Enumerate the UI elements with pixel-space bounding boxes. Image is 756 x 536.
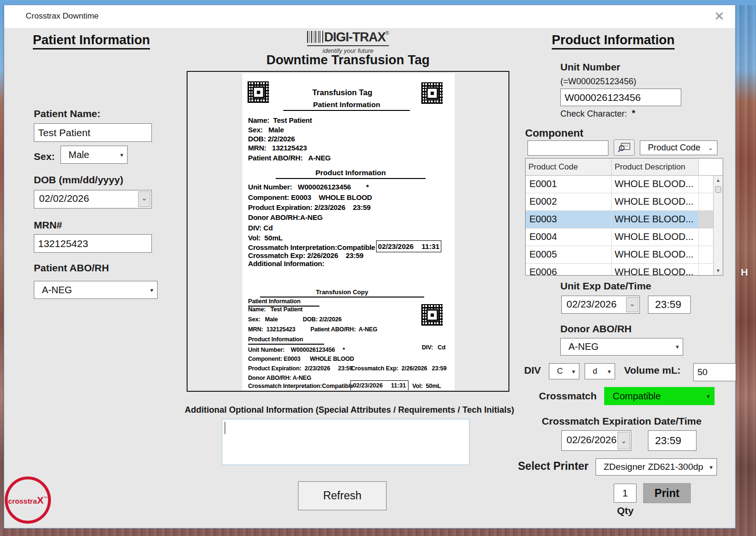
chevron-down-icon[interactable]: ⌄ (138, 191, 150, 207)
copy-crossmatch-exp-line: Crossmatch Exp: 2/26/2026 23:59 (351, 365, 447, 372)
tag-patient-heading: Patient Information (283, 100, 410, 111)
product-code-cell: E0002 (526, 193, 612, 210)
additional-info-label: Additional Optional Information (Special… (183, 405, 516, 415)
unit-exp-date-value: 02/23/2026 (562, 296, 625, 313)
registered-mark: ® (386, 30, 389, 36)
product-information-heading: Product Information (552, 33, 675, 50)
empty-cell (699, 211, 714, 228)
copy-component-line: Component: E0003 WHOLE BLOOD (248, 356, 354, 362)
patient-information-heading: Patient Information (33, 33, 150, 50)
donor-abo-select[interactable]: A-NEG ▾ (560, 338, 683, 356)
chevron-down-icon: ▾ (147, 287, 153, 294)
desktop-background: H Crosstrax Downtime ✕ Patient Informati… (0, 0, 756, 536)
qty-input[interactable] (614, 484, 637, 503)
sex-select[interactable]: Male ▾ (60, 146, 128, 164)
table-row[interactable]: E0004 WHOLE BLOOD... (526, 228, 723, 246)
unit-number-hint: (=W000025123456) (560, 77, 637, 87)
window-title: Crosstrax Downtime (26, 11, 99, 21)
close-icon[interactable]: ✕ (712, 9, 726, 23)
scrollbar-thumb[interactable] (715, 186, 721, 193)
printer-select[interactable]: ZDesigner ZD621-300dp ▾ (596, 458, 717, 476)
table-row[interactable]: E0005 WHOLE BLOOD... (526, 246, 723, 264)
div-first-value: C (553, 367, 569, 376)
crossmatch-exp-date-picker[interactable]: 02/26/2026 ⌄ (561, 430, 631, 451)
crosstrax-logo-text: crosstraX™ (8, 495, 48, 506)
patient-abo-label: Patient ABO/RH (34, 262, 109, 274)
additional-info-textarea[interactable] (222, 419, 469, 465)
product-description-cell: WHOLE BLOOD... (612, 176, 699, 193)
volume-input[interactable] (693, 363, 736, 381)
tag-product-line: Vol: 50mL (248, 234, 283, 242)
crossmatch-exp-label: Crossmatch Expiration Date/Time (542, 416, 702, 427)
chevron-down-icon: ▾ (706, 393, 710, 400)
product-description-cell: WHOLE BLOOD... (612, 193, 699, 210)
tag-product-line: Additional Information: (248, 259, 324, 268)
dob-label: DOB (mm/dd/yyyy) (34, 174, 123, 186)
digitrax-logo-text: DIGI-TRAX (324, 30, 386, 44)
table-row[interactable]: E0001 WHOLE BLOOD... (526, 176, 723, 193)
dob-value: 02/02/2026 (34, 190, 137, 208)
table-scrollbar[interactable]: ▲ ▼ (713, 176, 723, 275)
search-mode-select[interactable]: Product Code ⌄ (640, 140, 717, 155)
component-search-input[interactable] (527, 140, 608, 156)
volume-label: Volume mL: (624, 365, 681, 376)
barcode-icon (307, 31, 324, 43)
div-first-select[interactable]: C ▾ (549, 363, 579, 379)
copy-expiration-line: Product Expiration: 2/23/2026 23:59 (248, 365, 353, 372)
tag-product-line: Product Expiration: 2/23/2026 23:59 (248, 203, 371, 211)
donor-abo-value: A-NEG (565, 341, 673, 352)
page-title: Downtime Transfusion Tag (187, 53, 509, 68)
tag-patient-line: MRN: 132125423 (248, 144, 307, 152)
scroll-up-icon[interactable]: ▲ (714, 178, 723, 183)
table-row[interactable]: E0002 WHOLE BLOOD... (526, 193, 723, 211)
product-table: Product Code Product Description E0001 W… (525, 158, 723, 276)
chevron-down-icon: ▾ (706, 464, 713, 471)
unit-exp-date-picker[interactable]: 02/23/2026 ⌄ (561, 296, 640, 314)
table-row[interactable]: E0006 WHOLE BLOOD... (526, 264, 723, 276)
product-description-cell: WHOLE BLOOD... (612, 246, 699, 263)
qr-code-icon (421, 304, 443, 326)
empty-cell (699, 246, 714, 263)
patient-abo-select[interactable]: A-NEG ▾ (34, 281, 158, 299)
crosstrax-downtime-window: Crosstrax Downtime ✕ Patient Information… (4, 5, 736, 528)
unit-exp-time-input[interactable]: 23:59 (648, 296, 691, 314)
chevron-down-icon[interactable]: ⌄ (617, 432, 630, 449)
scroll-down-icon[interactable]: ▼ (714, 268, 723, 273)
tag-product-line: Crossmatch Exp: 2/26/2026 23:59 (248, 251, 364, 259)
product-code-cell: E0005 (526, 246, 612, 263)
crossmatch-exp-date-value: 02/26/2026 (562, 431, 617, 450)
crossmatch-exp-time-input[interactable]: 23:59 (648, 430, 696, 451)
patient-name-input[interactable] (34, 123, 152, 142)
mrn-input[interactable] (34, 234, 152, 253)
table-row-selected[interactable]: E0003 WHOLE BLOOD... (526, 211, 723, 228)
copy-div-line: DIV: Cd (422, 344, 446, 351)
div-second-select[interactable]: d ▾ (585, 363, 615, 379)
copy-dob-line: DOB: 2/2/2026 (303, 316, 341, 323)
column-header-product-code: Product Code (526, 159, 612, 175)
copy-patient-heading: Patient Information (248, 298, 319, 307)
tag-preview-frame: Transfusion Tag Patient Information Name… (187, 71, 509, 392)
product-description-cell: WHOLE BLOOD... (612, 264, 699, 276)
empty-cell (699, 228, 714, 246)
printer-value: ZDesigner ZD621-300dp (600, 462, 706, 472)
refresh-button[interactable]: Refresh (298, 481, 387, 510)
chevron-down-icon: ⌄ (705, 144, 713, 151)
tag-product-line: Crossmatch Interpretation:Compatible (248, 243, 375, 251)
dob-picker[interactable]: 02/02/2026 ⌄ (34, 190, 152, 208)
copy-sex-line: Sex: Male (248, 316, 278, 323)
div-label: DIV (524, 365, 541, 376)
tag-product-line: Donor ABO/RH:A-NEG (248, 213, 323, 221)
sex-value: Male (65, 149, 117, 160)
column-header-product-description: Product Description (612, 159, 699, 175)
chevron-down-icon[interactable]: ⌄ (626, 297, 638, 312)
div-second-value: d (589, 367, 605, 376)
search-button[interactable] (614, 139, 635, 156)
crossmatch-select[interactable]: Compatible ▾ (604, 387, 715, 405)
unit-number-input[interactable] (560, 89, 681, 106)
crossmatch-value: Compatible (609, 391, 706, 402)
copy-vol-line: Vol: 50mL (412, 383, 441, 389)
product-code-cell: E0004 (526, 228, 612, 246)
tag-patient-line: Patient ABO/RH: A-NEG (248, 154, 330, 162)
print-button[interactable]: Print (643, 483, 691, 503)
tag-date-stamp: 02/23/2026 11:31 (376, 240, 441, 252)
